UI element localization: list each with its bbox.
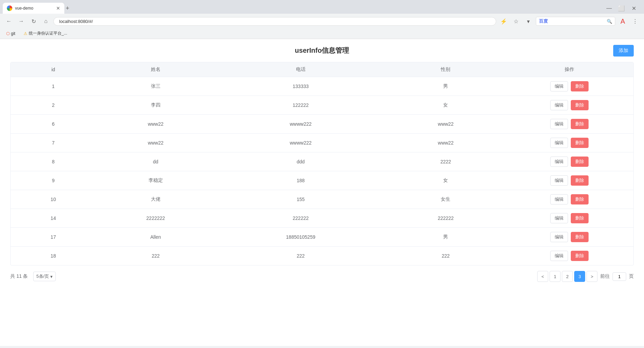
table-container: id 姓名 电话 性别 操作 1 张三 133333 男 编辑 删除 2 李四 … <box>10 62 634 265</box>
table-row: 8 dd ddd 2222 编辑 删除 <box>11 152 633 171</box>
cell-gender: 男 <box>386 77 505 96</box>
cell-action: 编辑 删除 <box>505 171 633 190</box>
search-input[interactable] <box>549 19 607 24</box>
baidu-search[interactable]: 百度 🔍 <box>536 17 615 26</box>
cell-id: 8 <box>11 152 96 171</box>
address-bar[interactable]: localhost:8080/#/ <box>53 17 496 26</box>
cell-id: 7 <box>11 134 96 152</box>
chrome-icon <box>7 5 12 11</box>
cell-gender: 女 <box>386 96 505 115</box>
table-row: 10 大佬 155 女生 编辑 删除 <box>11 190 633 209</box>
page-2-button[interactable]: 2 <box>562 271 573 282</box>
edit-button[interactable]: 编辑 <box>550 175 568 186</box>
page-1-button[interactable]: 1 <box>550 271 561 282</box>
delete-button[interactable]: 删除 <box>571 232 589 242</box>
cell-phone: 188 <box>215 171 386 190</box>
bookmark-git[interactable]: ⬡ git <box>4 30 17 37</box>
browser-titlebar: vue-demo ✕ + — ⬜ ✕ <box>0 0 644 14</box>
add-button[interactable]: 添加 <box>613 45 634 57</box>
cell-phone: 222222 <box>215 209 386 228</box>
cell-action: 编辑 删除 <box>505 134 633 152</box>
baidu-logo: 百度 <box>539 18 548 24</box>
edit-button[interactable]: 编辑 <box>550 232 568 242</box>
edit-button[interactable]: 编辑 <box>550 213 568 223</box>
new-tab-button[interactable]: + <box>66 5 69 12</box>
edit-button[interactable]: 编辑 <box>550 81 568 91</box>
table-row: 7 www22 wwww222 www22 编辑 删除 <box>11 134 633 152</box>
lightning-button[interactable]: ⚡ <box>499 16 508 26</box>
cell-gender: 女生 <box>386 190 505 209</box>
profile-icon[interactable]: A <box>618 16 628 26</box>
page-size-select[interactable]: 5条/页 ▾ <box>33 272 56 281</box>
next-page-button[interactable]: > <box>587 271 597 282</box>
cell-id: 17 <box>11 228 96 247</box>
cell-phone: ddd <box>215 152 386 171</box>
goto-suffix: 页 <box>629 273 634 279</box>
delete-button[interactable]: 删除 <box>571 251 589 261</box>
prev-page-button[interactable]: < <box>537 271 548 282</box>
cell-action: 编辑 删除 <box>505 152 633 171</box>
cell-name: 李稳定 <box>96 171 215 190</box>
delete-button[interactable]: 删除 <box>571 138 589 148</box>
goto-input[interactable] <box>613 272 626 281</box>
delete-button[interactable]: 删除 <box>571 213 589 223</box>
minimize-button[interactable]: — <box>604 3 614 13</box>
cell-id: 6 <box>11 115 96 134</box>
delete-button[interactable]: 删除 <box>571 119 589 129</box>
cell-gender: 女 <box>386 171 505 190</box>
edit-button[interactable]: 编辑 <box>550 119 568 129</box>
cell-name: www22 <box>96 134 215 152</box>
url-text: localhost:8080/#/ <box>59 19 490 24</box>
cell-name: 李四 <box>96 96 215 115</box>
close-icon[interactable]: ✕ <box>56 5 60 11</box>
cell-name: 张三 <box>96 77 215 96</box>
delete-button[interactable]: 删除 <box>571 157 589 167</box>
cell-name: 2222222 <box>96 209 215 228</box>
edit-button[interactable]: 编辑 <box>550 138 568 148</box>
cell-name: www22 <box>96 115 215 134</box>
reload-button[interactable]: ↻ <box>29 16 38 26</box>
page-size-label: 5条/页 <box>36 273 49 279</box>
cell-gender: 2222 <box>386 152 505 171</box>
home-button[interactable]: ⌂ <box>41 16 51 26</box>
delete-button[interactable]: 删除 <box>571 194 589 204</box>
cell-phone: 155 <box>215 190 386 209</box>
cell-gender: www22 <box>386 115 505 134</box>
cell-phone: 18850105259 <box>215 228 386 247</box>
cell-gender: 222222 <box>386 209 505 228</box>
cell-action: 编辑 删除 <box>505 209 633 228</box>
page-content: userInfo信息管理 添加 id 姓名 电话 性别 操作 1 张三 1333… <box>0 39 644 346</box>
cell-phone: wwww222 <box>215 115 386 134</box>
delete-button[interactable]: 删除 <box>571 175 589 186</box>
bookmark-auth[interactable]: ⚠ 统一身份认证平台_... <box>22 30 69 37</box>
bookmark-button[interactable]: ☆ <box>511 16 521 26</box>
browser-controls: ← → ↻ ⌂ localhost:8080/#/ ⚡ ☆ ▾ 百度 🔍 A ⋮ <box>0 14 644 29</box>
bookmark-dropdown[interactable]: ▾ <box>524 16 533 26</box>
table-row: 9 李稳定 188 女 编辑 删除 <box>11 171 633 190</box>
page-3-button[interactable]: 3 <box>574 271 585 282</box>
forward-button[interactable]: → <box>16 16 26 26</box>
browser-tab[interactable]: vue-demo ✕ <box>3 3 64 14</box>
total-suffix: 条 <box>23 273 28 279</box>
delete-button[interactable]: 删除 <box>571 81 589 91</box>
bookmark-git-label: git <box>11 31 15 36</box>
edit-button[interactable]: 编辑 <box>550 100 568 110</box>
edit-button[interactable]: 编辑 <box>550 251 568 261</box>
back-button[interactable]: ← <box>4 16 14 26</box>
table-header: id 姓名 电话 性别 操作 <box>11 62 633 77</box>
table-row: 14 2222222 222222 222222 编辑 删除 <box>11 209 633 228</box>
cell-gender: 男 <box>386 228 505 247</box>
delete-button[interactable]: 删除 <box>571 100 589 110</box>
cell-phone: 222 <box>215 247 386 265</box>
search-icon[interactable]: 🔍 <box>607 19 612 24</box>
maximize-button[interactable]: ⬜ <box>617 3 626 13</box>
edit-button[interactable]: 编辑 <box>550 157 568 167</box>
menu-button[interactable]: ⋮ <box>630 16 640 26</box>
table-row: 6 www22 wwww222 www22 编辑 删除 <box>11 115 633 134</box>
window-close-button[interactable]: ✕ <box>629 3 639 13</box>
total-count: 11 <box>16 273 22 279</box>
edit-button[interactable]: 编辑 <box>550 194 568 204</box>
cell-gender: 222 <box>386 247 505 265</box>
cell-action: 编辑 删除 <box>505 228 633 247</box>
browser-chrome: vue-demo ✕ + — ⬜ ✕ ← → ↻ ⌂ localhost:808… <box>0 0 644 39</box>
